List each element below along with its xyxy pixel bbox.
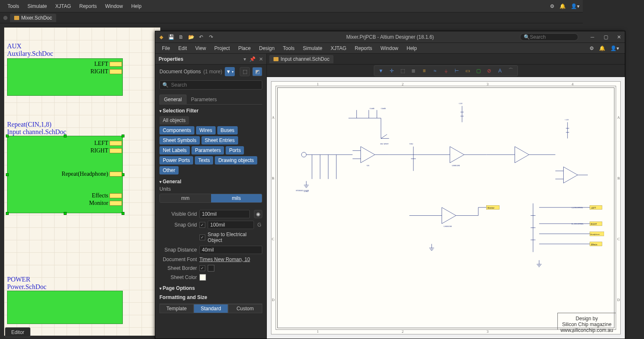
select-rect-icon[interactable]: ⬚ xyxy=(399,67,406,74)
panel-pin-icon[interactable]: 📌 xyxy=(249,56,256,62)
sheet-border-color[interactable] xyxy=(208,265,214,272)
menu-reports[interactable]: Reports xyxy=(75,2,101,11)
fg-menu-xjtag[interactable]: XJTAG xyxy=(326,44,351,52)
gear-icon[interactable]: ⚙ xyxy=(550,3,554,9)
chip-sheet-symbols[interactable]: Sheet Symbols xyxy=(159,136,200,145)
panel-search[interactable]: 🔍 xyxy=(159,80,262,90)
chip-parameters[interactable]: Parameters xyxy=(191,146,224,155)
editor-canvas[interactable]: 1 2 3 4 1 2 3 4 A B C D A B C xyxy=(267,77,625,339)
maximize-button[interactable]: ▢ xyxy=(602,34,609,40)
place-net-icon[interactable]: ⊢ xyxy=(453,67,460,74)
aux-port-left-shape[interactable] xyxy=(109,62,122,67)
chip-power-ports[interactable]: Power Ports xyxy=(159,156,193,165)
unit-mm[interactable]: mm xyxy=(160,194,211,202)
menu-simulate[interactable]: Simulate xyxy=(23,2,51,11)
place-noerc-icon[interactable]: ⊘ xyxy=(486,67,492,74)
global-search[interactable]: 🔍 xyxy=(520,33,578,41)
fg-menu-file[interactable]: File xyxy=(158,44,174,52)
doc-font-value[interactable]: Times New Roman, 10 xyxy=(199,257,262,262)
close-button[interactable]: ✕ xyxy=(616,34,622,40)
snap-elec-checkbox[interactable]: ✓ xyxy=(199,234,205,240)
fg-menu-place[interactable]: Place xyxy=(234,44,255,52)
chip-all-objects[interactable]: All objects xyxy=(159,116,189,125)
bell-icon[interactable]: 🔔 xyxy=(559,3,566,9)
altium-logo-icon[interactable]: ◆ xyxy=(158,34,164,40)
section-page-options[interactable]: Page Options xyxy=(155,282,266,293)
chip-net-labels[interactable]: Net Labels xyxy=(159,146,190,155)
fg-menu-reports[interactable]: Reports xyxy=(351,44,376,52)
place-sheet-icon[interactable]: ▢ xyxy=(475,67,482,74)
tab-general[interactable]: General xyxy=(159,95,186,104)
fg-menu-edit[interactable]: Edit xyxy=(174,44,191,52)
cin-port-hp-shape[interactable] xyxy=(109,172,122,177)
save-all-icon[interactable]: 🗎 xyxy=(178,34,184,40)
sheet-border-checkbox[interactable]: ✓ xyxy=(199,265,205,271)
visible-grid-input[interactable]: 100mil xyxy=(199,210,250,218)
section-selection-filter[interactable]: Selection Filter xyxy=(155,105,266,115)
user-icon[interactable]: 👤▾ xyxy=(571,3,579,9)
fg-menu-window[interactable]: Window xyxy=(376,44,403,52)
cin-port-left-shape[interactable] xyxy=(109,141,122,146)
bg-status-editor[interactable]: Editor xyxy=(5,327,30,337)
undo-icon[interactable]: ↶ xyxy=(198,34,204,40)
snap-grid-input[interactable]: 100mil xyxy=(208,221,254,229)
place-bus-icon[interactable]: ≡ xyxy=(421,67,428,74)
tab-parameters[interactable]: Parameters xyxy=(186,95,221,104)
cin-port-right-shape[interactable] xyxy=(109,148,122,153)
bg-tab-mixer[interactable]: Mixer.SchDoc xyxy=(10,14,56,22)
chip-drawing-objects[interactable]: Drawing objects xyxy=(215,156,257,165)
panel-search-input[interactable] xyxy=(171,82,259,88)
minimize-button[interactable]: ─ xyxy=(589,34,596,40)
filter-icon[interactable]: ▼ xyxy=(378,67,384,74)
place-text-icon[interactable]: A xyxy=(497,67,503,74)
user-icon[interactable]: 👤▾ xyxy=(610,45,619,51)
snap-grid-checkbox[interactable]: ✓ xyxy=(199,222,205,228)
chip-buses[interactable]: Buses xyxy=(217,126,238,135)
chip-other[interactable]: Other xyxy=(159,166,179,174)
fg-menu-design[interactable]: Design xyxy=(255,44,278,52)
menu-tools[interactable]: Tools xyxy=(3,2,23,11)
bell-icon[interactable]: 🔔 xyxy=(599,45,605,51)
unit-mils[interactable]: mils xyxy=(211,194,262,202)
fmt-custom[interactable]: Custom xyxy=(228,304,262,313)
schematic-sheet[interactable]: 1 2 3 4 1 2 3 4 A B C D A B C xyxy=(271,81,621,334)
cin-port-fx-shape[interactable] xyxy=(109,193,122,198)
select-mode-2[interactable]: ◩ xyxy=(252,67,262,76)
align-icon[interactable]: ≣ xyxy=(410,67,417,74)
bg-schematic-canvas[interactable]: AUX Auxilary.SchDoc LEFT RIGHT Repeat(CI… xyxy=(4,27,160,336)
menu-window[interactable]: Window xyxy=(101,2,127,11)
save-icon[interactable]: 💾 xyxy=(168,34,174,40)
chip-wires[interactable]: Wires xyxy=(196,126,216,135)
menu-help[interactable]: Help xyxy=(127,2,146,11)
place-wire-icon[interactable]: ≈ xyxy=(432,67,438,74)
chip-sheet-entries[interactable]: Sheet Entries xyxy=(201,136,238,145)
visible-grid-eye-icon[interactable]: ◉ xyxy=(254,210,262,218)
panel-dropdown-icon[interactable]: ▾ xyxy=(244,56,246,62)
open-icon[interactable]: 📂 xyxy=(188,34,194,40)
fg-menu-simulate[interactable]: Simulate xyxy=(299,44,327,52)
select-mode-1[interactable]: ⬚ xyxy=(240,67,250,76)
fg-menu-help[interactable]: Help xyxy=(403,44,421,52)
search-input[interactable] xyxy=(530,34,574,40)
chip-components[interactable]: Components xyxy=(159,126,194,135)
fmt-template[interactable]: Template xyxy=(159,304,194,313)
section-general[interactable]: General xyxy=(155,175,266,186)
aux-port-right-shape[interactable] xyxy=(109,69,122,74)
menu-xjtag[interactable]: XJTAG xyxy=(51,2,75,11)
place-arc-icon[interactable]: ⌒ xyxy=(507,67,514,74)
place-port-icon[interactable]: ▭ xyxy=(464,67,471,74)
cin-port-mon-shape[interactable] xyxy=(109,201,122,206)
chip-texts[interactable]: Texts xyxy=(195,156,213,165)
filter-button[interactable]: ▼▾ xyxy=(225,67,235,76)
fg-menu-view[interactable]: View xyxy=(191,44,210,52)
place-gnd-icon[interactable]: ⏚ xyxy=(443,67,449,74)
fg-menu-project[interactable]: Project xyxy=(210,44,234,52)
editor-tab-input-channel[interactable]: Input channel.SchDoc xyxy=(269,55,333,63)
fg-menu-tools[interactable]: Tools xyxy=(279,44,299,52)
tab-pin-icon[interactable] xyxy=(3,16,7,20)
sheet-color-swatch[interactable] xyxy=(199,274,206,281)
power-sheet-symbol[interactable] xyxy=(7,291,123,324)
gear-icon[interactable]: ⚙ xyxy=(589,45,594,51)
chip-ports[interactable]: Ports xyxy=(226,146,244,155)
panel-close-icon[interactable]: ✕ xyxy=(259,56,263,62)
